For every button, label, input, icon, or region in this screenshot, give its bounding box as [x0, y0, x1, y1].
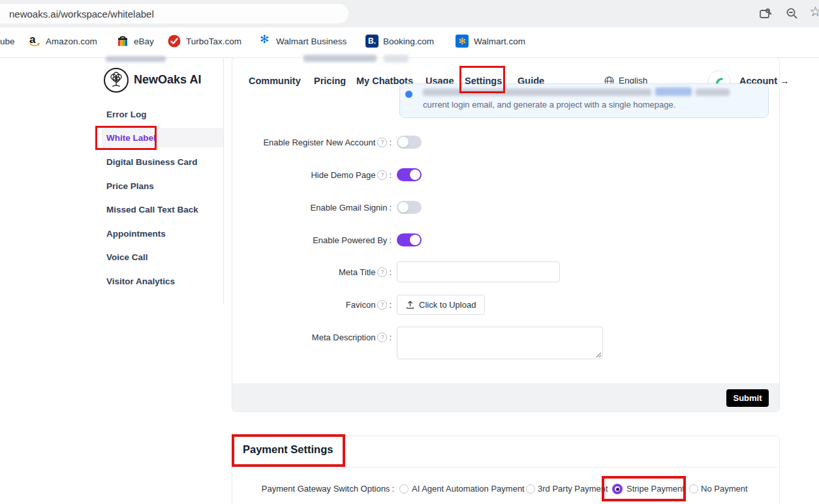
label-favicon: Favicon?:: [346, 300, 392, 310]
annotation-box-payment-settings: [232, 434, 345, 467]
info-icon: [405, 91, 412, 98]
radio-3rd-party-payment[interactable]: [526, 484, 535, 494]
redacted-top-toggle: [384, 55, 409, 63]
resize-handle-icon[interactable]: [595, 351, 602, 358]
toggle-powered-by[interactable]: [397, 233, 422, 246]
favorite-star-icon[interactable]: ☆: [809, 4, 819, 18]
nav-pricing[interactable]: Pricing: [314, 76, 346, 86]
label-gmail-signin: Enable Gmail Signin:: [311, 203, 392, 213]
nav-community[interactable]: Community: [249, 76, 301, 86]
url-text: newoaks.ai/workspace/whitelabel: [9, 8, 154, 20]
amazon-icon: a: [29, 34, 42, 47]
arrow-right-icon: →: [780, 76, 790, 86]
radio-no-payment[interactable]: [689, 484, 698, 494]
help-icon[interactable]: ?: [377, 170, 387, 180]
ebay-icon: [116, 35, 129, 48]
radio-label-ai-agent[interactable]: AI Agent Automation Payment: [412, 484, 525, 494]
bookmarks-bar: ube a Amazon.com eBay TurboTax.com ✻ Wal…: [0, 27, 819, 58]
sidebar-item-price-plans[interactable]: Price Plans: [106, 181, 154, 191]
submit-button[interactable]: Submit: [726, 389, 769, 407]
toggle-enable-register[interactable]: [397, 136, 422, 149]
meta-description-textarea[interactable]: [397, 327, 603, 359]
annotation-box-white-label: [95, 126, 157, 150]
radio-label-no-payment[interactable]: No Payment: [701, 484, 748, 494]
bookmark-ebay[interactable]: eBay: [134, 37, 154, 46]
label-enable-register: Enable Register New Account?:: [263, 138, 392, 147]
meta-title-input[interactable]: [397, 261, 560, 282]
screen: newoaks.ai/workspace/whitelabel ☆ ube a …: [0, 0, 819, 504]
form-footer: [232, 383, 779, 411]
brand-name: NewOaks AI: [134, 73, 201, 87]
bookmark-amazon[interactable]: Amazon.com: [46, 37, 97, 46]
toggle-hide-demo-page[interactable]: [397, 168, 422, 181]
newoaks-logo-icon: [104, 68, 129, 93]
sidebar-item-voice-call[interactable]: Voice Call: [106, 252, 148, 262]
nav-settings[interactable]: Settings: [465, 76, 502, 86]
sidebar-item-appointments[interactable]: Appointments: [106, 229, 166, 239]
label-payment-gateway-options: Payment Gateway Switch Options:: [262, 484, 394, 494]
label-hide-demo-page: Hide Demo Page?:: [311, 170, 392, 180]
bookmark-walmart[interactable]: Walmart.com: [474, 37, 525, 46]
walmart-icon: ✻: [456, 35, 469, 48]
payment-divider: [232, 467, 779, 467]
redacted-alert-text-2: [696, 89, 730, 96]
upload-button-label: Click to Upload: [419, 300, 476, 310]
sidebar-item-error-log[interactable]: Error Log: [106, 110, 147, 119]
redacted-top-text: [303, 55, 377, 62]
annotation-box-stripe-payment: [602, 476, 686, 501]
bookmark-youtube[interactable]: ube: [0, 37, 15, 46]
bookmark-booking[interactable]: Booking.com: [383, 37, 434, 46]
booking-icon: B.: [365, 35, 379, 48]
bookmark-walmart-business[interactable]: Walmart Business: [276, 37, 347, 46]
address-bar[interactable]: newoaks.ai/workspace/whitelabel: [0, 4, 348, 23]
browser-toolbar: newoaks.ai/workspace/whitelabel ☆: [0, 0, 819, 27]
redacted-alert-link: [655, 87, 692, 96]
redacted-alert-text: [423, 89, 651, 96]
toggle-gmail-signin[interactable]: [397, 201, 422, 214]
alert-message: current login email, and generate a proj…: [423, 100, 675, 110]
redacted-sidebar-text: [106, 56, 166, 62]
upload-icon: [406, 301, 414, 309]
label-meta-title: Meta Title?:: [339, 267, 392, 277]
help-icon[interactable]: ?: [377, 138, 387, 147]
key-icon[interactable]: [758, 7, 773, 21]
sidebar-item-visitor-analytics[interactable]: Visitor Analytics: [106, 276, 175, 286]
sidebar-divider: [223, 57, 224, 303]
walmart-spark-icon: ✻: [260, 33, 273, 46]
zoom-out-icon[interactable]: [785, 7, 799, 21]
radio-ai-agent-automation-payment[interactable]: [399, 484, 409, 494]
radio-label-3rd-party[interactable]: 3rd Party Payment: [538, 484, 608, 494]
label-powered-by: Enable Powered By:: [313, 235, 392, 245]
sidebar-item-digital-business-card[interactable]: Digital Business Card: [106, 157, 198, 167]
bookmark-turbotax[interactable]: TurboTax.com: [186, 37, 241, 46]
label-meta-description: Meta Description?:: [312, 333, 392, 342]
help-icon[interactable]: ?: [377, 267, 387, 277]
favicon-upload-button[interactable]: Click to Upload: [397, 295, 485, 315]
help-icon[interactable]: ?: [377, 300, 387, 310]
turbotax-icon: [168, 35, 181, 48]
help-icon[interactable]: ?: [377, 333, 387, 342]
sidebar-item-missed-call-text-back[interactable]: Missed Call Text Back: [106, 205, 198, 215]
